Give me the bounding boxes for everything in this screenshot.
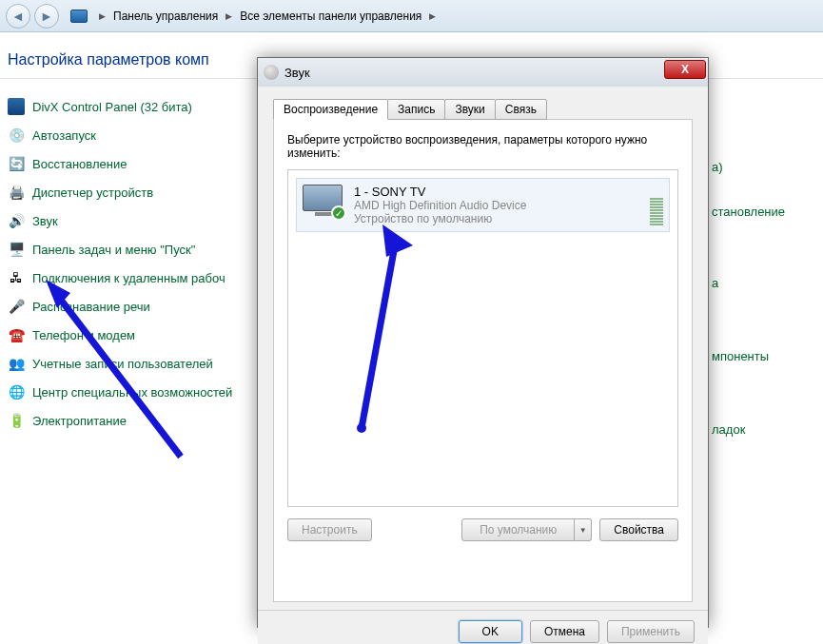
chevron-right-icon: ▶: [425, 11, 440, 21]
instruction-text: Выберите устройство воспроизведения, пар…: [287, 133, 678, 160]
set-default-split-button[interactable]: По умолчанию ▼: [461, 518, 592, 541]
breadcrumb-item[interactable]: Все элементы панели управления: [236, 10, 425, 23]
properties-button[interactable]: Свойства: [599, 518, 678, 541]
tab-playback[interactable]: Воспроизведение: [273, 99, 388, 120]
device-list[interactable]: ✓ 1 - SONY TV AMD High Definition Audio …: [287, 169, 678, 507]
partial-item[interactable]: становление: [712, 205, 785, 219]
control-panel-icon: [70, 10, 88, 23]
device-driver: AMD High Definition Audio Device: [354, 199, 640, 212]
sound-dialog: Звук X Воспроизведение Запись Звуки Связ…: [257, 57, 709, 628]
device-thumbnail: ✓: [303, 185, 344, 219]
breadcrumb-item[interactable]: Панель управления: [109, 10, 222, 23]
recovery-icon: 🔄: [8, 155, 25, 172]
divx-icon: [8, 98, 25, 115]
speaker-icon: [264, 65, 279, 80]
nav-forward-button[interactable]: ►: [34, 4, 59, 29]
checkmark-icon: ✓: [331, 205, 346, 221]
ok-button[interactable]: OK: [459, 620, 522, 643]
users-icon: 👥: [8, 355, 25, 372]
partial-item[interactable]: а: [712, 276, 785, 290]
chevron-right-icon: ▶: [95, 11, 109, 21]
level-meter: [650, 185, 663, 225]
dialog-titlebar[interactable]: Звук X: [258, 58, 708, 87]
explorer-topbar: ◄ ► ▶ Панель управления ▶ Все элементы п…: [0, 0, 823, 32]
partial-item[interactable]: мпоненты: [712, 349, 785, 363]
tab-recording[interactable]: Запись: [387, 99, 445, 120]
accessibility-icon: 🌐: [8, 383, 25, 400]
apply-button[interactable]: Применить: [607, 620, 695, 643]
sound-icon: 🔊: [8, 212, 25, 229]
remote-icon: 🖧: [8, 269, 25, 286]
set-default-button[interactable]: По умолчанию: [461, 518, 575, 541]
dialog-button-bar: OK Отмена Применить: [258, 610, 708, 644]
cancel-button[interactable]: Отмена: [530, 620, 599, 643]
breadcrumb[interactable]: ▶ Панель управления ▶ Все элементы панел…: [95, 10, 440, 23]
device-buttons-row: Настроить По умолчанию ▼ Свойства: [287, 518, 678, 541]
phone-icon: ☎️: [8, 326, 25, 343]
close-button[interactable]: X: [664, 60, 706, 79]
dialog-title: Звук: [284, 66, 310, 80]
taskbar-icon: 🖥️: [8, 241, 25, 258]
nav-back-button[interactable]: ◄: [6, 4, 30, 29]
power-icon: 🔋: [8, 412, 25, 429]
right-column-partial: а) становление а мпоненты ладок: [712, 133, 785, 437]
tab-strip: Воспроизведение Запись Звуки Связь: [273, 99, 546, 120]
partial-item[interactable]: ладок: [712, 422, 785, 437]
dropdown-arrow-icon[interactable]: ▼: [575, 518, 592, 541]
device-name: 1 - SONY TV: [354, 185, 640, 199]
tab-sounds[interactable]: Звуки: [444, 99, 495, 120]
tab-panel: Воспроизведение Запись Звуки Связь Выбер…: [273, 119, 693, 602]
autoplay-icon: 💿: [8, 127, 25, 144]
chevron-right-icon: ▶: [222, 11, 236, 21]
tab-communications[interactable]: Связь: [495, 99, 547, 120]
device-status: Устройство по умолчанию: [354, 212, 640, 225]
configure-button[interactable]: Настроить: [287, 518, 372, 541]
device-item[interactable]: ✓ 1 - SONY TV AMD High Definition Audio …: [296, 178, 670, 232]
device-manager-icon: 🖨️: [8, 184, 25, 201]
partial-item[interactable]: а): [712, 160, 785, 174]
speech-icon: 🎤: [8, 298, 25, 315]
tab-content: Выберите устройство воспроизведения, пар…: [274, 120, 692, 555]
